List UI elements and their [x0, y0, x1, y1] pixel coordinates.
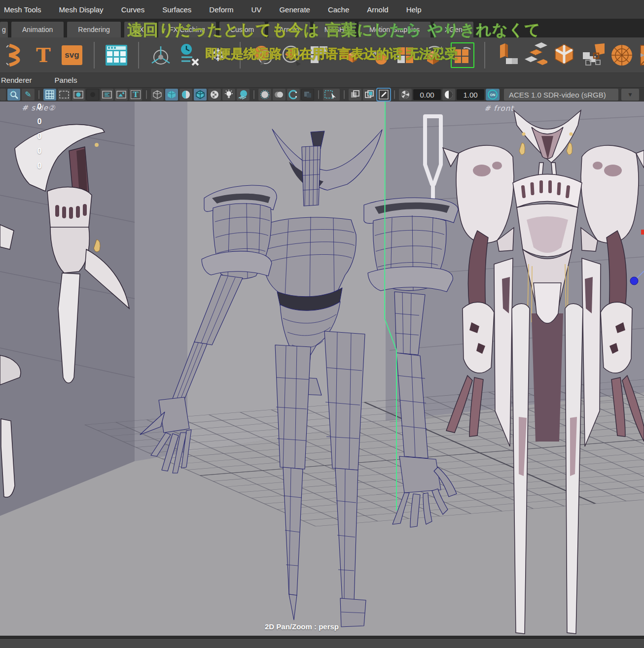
note-side: # side② — [22, 103, 56, 112]
exposure-field[interactable]: 0.00 — [413, 89, 441, 100]
menu-generate[interactable]: Generate — [279, 5, 310, 14]
tab-animation[interactable]: Animation — [11, 22, 64, 37]
shadows-icon[interactable] — [237, 89, 250, 101]
textured-sphere-icon[interactable] — [179, 89, 192, 101]
field-chart-icon[interactable] — [101, 89, 113, 101]
clock-options-icon[interactable] — [178, 42, 201, 68]
menu-curves[interactable]: Curves — [121, 5, 145, 14]
viewport-toolbar: ✎ T — [0, 87, 644, 102]
main-menubar: Mesh Tools Mesh Display Curves Surfaces … — [0, 0, 644, 19]
chevron-down-icon[interactable]: ▼ — [621, 89, 639, 101]
menu-surfaces[interactable]: Surfaces — [162, 5, 191, 14]
colorspace-select[interactable]: ACES 1.0 SDR-video (sRGB) — [504, 89, 618, 101]
wireframe-cube-icon[interactable] — [151, 89, 164, 101]
image-plane-icon[interactable] — [115, 89, 128, 101]
hud-count: 0 — [35, 162, 44, 171]
pan-zoom-status: 2D Pan/Zoom : persp — [0, 622, 624, 631]
pan-zoom-active-icon[interactable] — [377, 89, 390, 101]
menu-uv[interactable]: UV — [251, 5, 262, 14]
colorspace-on-button[interactable]: ON — [486, 89, 500, 101]
toolbar-separator — [253, 90, 254, 99]
manipulator-red-mark — [641, 230, 644, 235]
polygon-helix-icon[interactable] — [3, 42, 27, 68]
viewport-canvas[interactable]: 0 0 0 0 0 # side② # front 2D Pan/Zoom : … — [0, 102, 644, 636]
film-gate-icon[interactable] — [58, 89, 71, 101]
viewport-3d-scene — [0, 102, 644, 636]
uv-box-unfold-icon[interactable] — [495, 42, 519, 68]
pencil-icon[interactable]: ✎ — [22, 89, 35, 101]
toolbar-separator — [394, 90, 395, 99]
menu-deform[interactable]: Deform — [209, 5, 233, 14]
window-grid-icon[interactable] — [105, 42, 128, 68]
anti-aliasing-icon[interactable] — [287, 89, 300, 101]
menu-arnold[interactable]: Arnold — [367, 5, 388, 14]
depth-of-field-icon[interactable] — [301, 89, 314, 101]
timeline-strip-dark — [0, 636, 644, 639]
toolbar-separator — [38, 90, 39, 99]
subtitle-chinese: 即便是绕远路 现在用语言表达的话 无法忍受 — [205, 45, 458, 63]
hud-text-icon[interactable]: T — [129, 89, 142, 101]
exposure-icon[interactable] — [399, 89, 412, 101]
isolate-select-icon[interactable] — [323, 89, 340, 101]
tab-rendering[interactable]: Rendering — [67, 22, 121, 37]
tab-partial[interactable]: g — [0, 22, 8, 37]
toolbar-separator — [318, 90, 319, 99]
use-default-material-icon[interactable] — [208, 89, 221, 101]
svg-export-icon[interactable]: svg — [60, 42, 84, 68]
uv-circular-icon[interactable] — [609, 42, 633, 68]
pan-zoom-tool-icon[interactable] — [7, 89, 20, 101]
uv-layout-icon[interactable] — [581, 42, 605, 68]
subtitle-japanese: 遠回りだったとしても今は 言葉にしたら やりきれなくて — [127, 20, 540, 40]
menu-renderer[interactable]: Renderer — [1, 76, 32, 84]
menu-help[interactable]: Help — [406, 5, 422, 14]
ssao-icon[interactable] — [258, 89, 271, 101]
uv-cube-seams-icon[interactable] — [552, 42, 576, 68]
wireframe-on-shaded-icon[interactable] — [194, 89, 207, 101]
shaded-cube-icon[interactable] — [165, 89, 178, 101]
lighting-icon[interactable] — [222, 89, 235, 101]
hud-count: 0 — [35, 147, 44, 156]
menu-cache[interactable]: Cache — [328, 5, 349, 14]
menu-panels[interactable]: Panels — [55, 76, 77, 84]
panel-menu-row: Renderer Panels — [0, 73, 644, 87]
text-tool-icon[interactable]: T — [32, 42, 55, 68]
uv-square-diagonal-icon[interactable] — [638, 42, 644, 68]
toolbar-separator — [146, 90, 147, 99]
shelf-separator — [94, 42, 95, 68]
pivot-wheel-icon[interactable] — [149, 42, 173, 68]
resolution-gate-icon[interactable] — [72, 89, 85, 101]
partial-cube-icon[interactable] — [0, 89, 6, 101]
toolbar-separator — [344, 90, 345, 99]
motion-blur-icon[interactable] — [273, 89, 286, 101]
hud-count: 0 — [35, 132, 44, 141]
uv-planes-icon[interactable] — [524, 42, 547, 68]
shelf-separator — [138, 42, 139, 68]
menu-mesh-display[interactable]: Mesh Display — [59, 5, 104, 14]
copy-layer-icon[interactable] — [349, 89, 361, 101]
gate-mask-icon[interactable] — [86, 89, 99, 101]
menu-mesh-tools[interactable]: Mesh Tools — [4, 5, 41, 14]
timeline-strip[interactable] — [0, 639, 644, 648]
paste-layer-icon[interactable] — [363, 89, 376, 101]
shelf-separator — [484, 42, 485, 68]
note-front: # front — [484, 104, 514, 113]
hud-count: 0 — [35, 117, 44, 126]
gamma-icon[interactable] — [442, 89, 455, 101]
grid-icon[interactable] — [43, 89, 56, 101]
gamma-field[interactable]: 1.00 — [457, 89, 484, 100]
